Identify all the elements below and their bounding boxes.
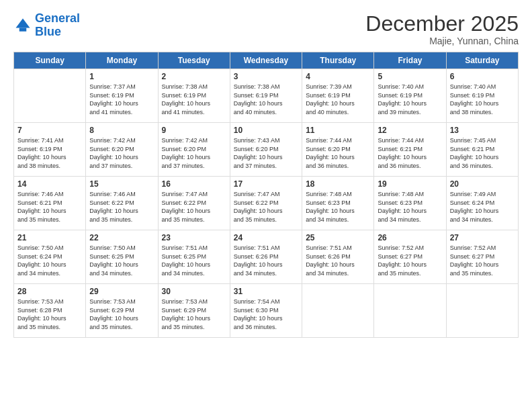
day-info: Sunrise: 7:40 AM Sunset: 6:19 PM Dayligh… [450, 83, 515, 116]
day-info: Sunrise: 7:53 AM Sunset: 6:29 PM Dayligh… [162, 298, 226, 331]
calendar-week-2: 14Sunrise: 7:46 AM Sunset: 6:21 PM Dayli… [14, 177, 519, 230]
logo: General Blue [13, 12, 80, 39]
day-number: 17 [234, 179, 298, 189]
day-number: 3 [234, 72, 298, 81]
day-number: 13 [450, 126, 515, 135]
day-header-wednesday: Wednesday [230, 52, 302, 69]
calendar-cell [302, 284, 374, 338]
day-number: 24 [234, 233, 298, 242]
day-number: 29 [89, 287, 154, 296]
day-number: 2 [162, 72, 226, 81]
logo-icon [13, 16, 32, 35]
calendar-cell: 29Sunrise: 7:53 AM Sunset: 6:29 PM Dayli… [86, 284, 158, 338]
day-number: 23 [162, 233, 226, 242]
calendar-cell [446, 284, 518, 338]
day-number: 18 [306, 179, 370, 189]
svg-marker-0 [16, 18, 30, 28]
page: General Blue December 2025 Majie, Yunnan… [0, 0, 532, 411]
calendar-table: SundayMondayTuesdayWednesdayThursdayFrid… [13, 52, 519, 338]
calendar-cell: 18Sunrise: 7:48 AM Sunset: 6:23 PM Dayli… [302, 177, 374, 230]
day-number: 15 [89, 179, 154, 189]
day-number: 11 [306, 126, 370, 135]
calendar-cell: 30Sunrise: 7:53 AM Sunset: 6:29 PM Dayli… [158, 284, 230, 338]
day-info: Sunrise: 7:46 AM Sunset: 6:22 PM Dayligh… [89, 190, 154, 224]
day-info: Sunrise: 7:39 AM Sunset: 6:19 PM Dayligh… [306, 83, 370, 116]
day-header-thursday: Thursday [302, 52, 374, 69]
day-number: 5 [378, 72, 442, 81]
calendar-cell: 20Sunrise: 7:49 AM Sunset: 6:24 PM Dayli… [446, 177, 518, 230]
day-info: Sunrise: 7:40 AM Sunset: 6:19 PM Dayligh… [378, 83, 442, 116]
day-header-friday: Friday [374, 52, 446, 69]
calendar-cell: 19Sunrise: 7:48 AM Sunset: 6:23 PM Dayli… [374, 177, 446, 230]
day-info: Sunrise: 7:47 AM Sunset: 6:22 PM Dayligh… [162, 190, 226, 224]
calendar-cell: 7Sunrise: 7:41 AM Sunset: 6:19 PM Daylig… [14, 123, 86, 177]
day-number: 31 [234, 287, 298, 296]
day-number: 4 [306, 72, 370, 81]
day-header-tuesday: Tuesday [158, 52, 230, 69]
day-info: Sunrise: 7:51 AM Sunset: 6:26 PM Dayligh… [306, 244, 370, 277]
calendar-week-4: 28Sunrise: 7:53 AM Sunset: 6:28 PM Dayli… [14, 284, 519, 338]
calendar-cell: 13Sunrise: 7:45 AM Sunset: 6:21 PM Dayli… [446, 123, 518, 177]
calendar-week-1: 7Sunrise: 7:41 AM Sunset: 6:19 PM Daylig… [14, 123, 519, 177]
day-info: Sunrise: 7:53 AM Sunset: 6:28 PM Dayligh… [17, 298, 82, 331]
calendar-cell: 1Sunrise: 7:37 AM Sunset: 6:19 PM Daylig… [86, 69, 158, 123]
calendar-cell: 6Sunrise: 7:40 AM Sunset: 6:19 PM Daylig… [446, 69, 518, 123]
day-number: 14 [17, 179, 82, 189]
day-header-sunday: Sunday [14, 52, 86, 69]
calendar-cell: 27Sunrise: 7:52 AM Sunset: 6:27 PM Dayli… [446, 230, 518, 284]
day-info: Sunrise: 7:44 AM Sunset: 6:21 PM Dayligh… [378, 136, 442, 170]
location-subtitle: Majie, Yunnan, China [365, 36, 519, 46]
calendar-cell: 16Sunrise: 7:47 AM Sunset: 6:22 PM Dayli… [158, 177, 230, 230]
day-info: Sunrise: 7:46 AM Sunset: 6:21 PM Dayligh… [17, 190, 82, 224]
day-header-saturday: Saturday [446, 52, 518, 69]
calendar-cell: 4Sunrise: 7:39 AM Sunset: 6:19 PM Daylig… [302, 69, 374, 123]
calendar-cell: 12Sunrise: 7:44 AM Sunset: 6:21 PM Dayli… [374, 123, 446, 177]
day-info: Sunrise: 7:41 AM Sunset: 6:19 PM Dayligh… [17, 136, 82, 170]
day-info: Sunrise: 7:48 AM Sunset: 6:23 PM Dayligh… [306, 190, 370, 224]
day-info: Sunrise: 7:42 AM Sunset: 6:20 PM Dayligh… [89, 136, 154, 170]
day-number: 7 [17, 126, 82, 135]
calendar-cell: 17Sunrise: 7:47 AM Sunset: 6:22 PM Dayli… [230, 177, 302, 230]
calendar-cell: 9Sunrise: 7:42 AM Sunset: 6:20 PM Daylig… [158, 123, 230, 177]
calendar-cell: 21Sunrise: 7:50 AM Sunset: 6:24 PM Dayli… [14, 230, 86, 284]
calendar-cell: 8Sunrise: 7:42 AM Sunset: 6:20 PM Daylig… [86, 123, 158, 177]
calendar-cell: 10Sunrise: 7:43 AM Sunset: 6:20 PM Dayli… [230, 123, 302, 177]
day-info: Sunrise: 7:52 AM Sunset: 6:27 PM Dayligh… [378, 244, 442, 277]
calendar-cell: 28Sunrise: 7:53 AM Sunset: 6:28 PM Dayli… [14, 284, 86, 338]
day-number: 1 [89, 72, 154, 81]
day-number: 6 [450, 72, 515, 81]
day-number: 20 [450, 179, 515, 189]
day-header-monday: Monday [86, 52, 158, 69]
day-info: Sunrise: 7:47 AM Sunset: 6:22 PM Dayligh… [234, 190, 298, 224]
header: General Blue December 2025 Majie, Yunnan… [13, 12, 519, 46]
day-info: Sunrise: 7:53 AM Sunset: 6:29 PM Dayligh… [89, 298, 154, 331]
calendar-cell: 3Sunrise: 7:38 AM Sunset: 6:19 PM Daylig… [230, 69, 302, 123]
day-number: 28 [17, 287, 82, 296]
day-info: Sunrise: 7:42 AM Sunset: 6:20 PM Dayligh… [162, 136, 226, 170]
day-number: 22 [89, 233, 154, 242]
calendar-cell: 23Sunrise: 7:51 AM Sunset: 6:25 PM Dayli… [158, 230, 230, 284]
calendar-cell: 14Sunrise: 7:46 AM Sunset: 6:21 PM Dayli… [14, 177, 86, 230]
day-info: Sunrise: 7:38 AM Sunset: 6:19 PM Dayligh… [234, 83, 298, 116]
day-info: Sunrise: 7:44 AM Sunset: 6:20 PM Dayligh… [306, 136, 370, 170]
calendar-cell [374, 284, 446, 338]
day-number: 30 [162, 287, 226, 296]
day-info: Sunrise: 7:50 AM Sunset: 6:24 PM Dayligh… [17, 244, 82, 277]
logo-text: General Blue [35, 12, 80, 39]
day-number: 10 [234, 126, 298, 135]
day-number: 26 [378, 233, 442, 242]
day-info: Sunrise: 7:49 AM Sunset: 6:24 PM Dayligh… [450, 190, 515, 224]
day-info: Sunrise: 7:43 AM Sunset: 6:20 PM Dayligh… [234, 136, 298, 170]
day-number: 8 [89, 126, 154, 135]
month-title: December 2025 [365, 12, 519, 36]
calendar-cell [14, 69, 86, 123]
calendar-cell: 31Sunrise: 7:54 AM Sunset: 6:30 PM Dayli… [230, 284, 302, 338]
day-number: 19 [378, 179, 442, 189]
day-info: Sunrise: 7:50 AM Sunset: 6:25 PM Dayligh… [89, 244, 154, 277]
day-info: Sunrise: 7:37 AM Sunset: 6:19 PM Dayligh… [89, 83, 154, 116]
calendar-body: 1Sunrise: 7:37 AM Sunset: 6:19 PM Daylig… [14, 69, 519, 338]
svg-rect-1 [19, 28, 27, 31]
calendar-cell: 5Sunrise: 7:40 AM Sunset: 6:19 PM Daylig… [374, 69, 446, 123]
calendar-header-row: SundayMondayTuesdayWednesdayThursdayFrid… [14, 52, 519, 69]
calendar-week-0: 1Sunrise: 7:37 AM Sunset: 6:19 PM Daylig… [14, 69, 519, 123]
